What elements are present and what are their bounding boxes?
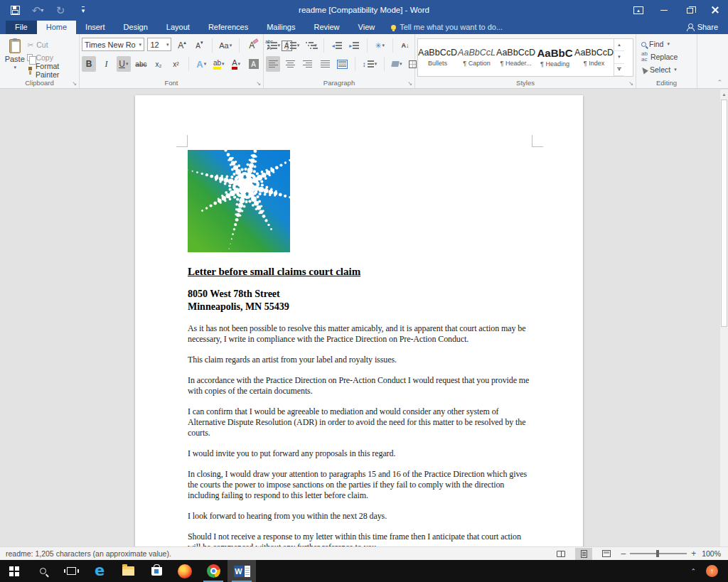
cut-button[interactable]: ✂Cut	[27, 39, 77, 51]
tell-me-box[interactable]: Tell me what you want to do...	[384, 23, 510, 34]
find-button[interactable]: Find▾	[638, 38, 695, 50]
document-heading[interactable]: Letter before small claims court claim	[188, 266, 536, 278]
style-header[interactable]: AaBbCcD ¶ Header...	[496, 39, 535, 76]
print-layout-button[interactable]	[575, 548, 592, 560]
grow-font-button[interactable]: A▴	[175, 38, 189, 53]
web-layout-button[interactable]	[598, 548, 615, 560]
character-shading-button[interactable]: A	[247, 56, 261, 72]
align-center-button[interactable]	[283, 56, 297, 72]
asian-layout-button[interactable]: ✳▾	[373, 38, 387, 53]
zoom-slider-thumb[interactable]	[656, 550, 659, 557]
font-color-button[interactable]: A▾	[229, 56, 243, 72]
document-address[interactable]: 8050 West 78th Street Minneapolis, MN 55…	[188, 288, 536, 313]
text-effects-button[interactable]: A▾	[194, 56, 208, 72]
aramco-logo-image[interactable]	[188, 150, 290, 252]
tray-notification-icon[interactable]: ↑	[706, 565, 718, 577]
align-right-button[interactable]	[301, 56, 315, 72]
minimize-button[interactable]	[651, 0, 677, 20]
status-text[interactable]: readme: 1,205 characters (an approximate…	[0, 549, 171, 558]
scrollbar-thumb[interactable]	[721, 99, 727, 327]
close-button[interactable]	[702, 0, 728, 20]
highlight-color-button[interactable]: ab▾	[212, 56, 226, 72]
styles-scroll-up-button[interactable]: ▲	[614, 39, 624, 51]
clipboard-dialog-launcher[interactable]: ↘	[72, 81, 77, 87]
zoom-slider[interactable]	[630, 553, 687, 554]
tab-layout[interactable]: Layout	[157, 21, 199, 34]
clipboard-group: Paste ▾ ✂Cut Copy Format Painter Clipboa…	[0, 34, 80, 88]
format-painter-button[interactable]: Format Painter	[27, 64, 77, 77]
restore-button[interactable]	[677, 0, 702, 20]
tab-home[interactable]: Home	[37, 21, 76, 34]
scroll-up-button[interactable]: ▲	[720, 90, 728, 99]
superscript-button[interactable]: x²	[168, 56, 183, 72]
style-bullets[interactable]: AaBbCcD Bullets	[418, 39, 457, 76]
ribbon-display-options-button[interactable]: ▴	[626, 0, 651, 20]
collapse-ribbon-button[interactable]: ⌃	[717, 79, 722, 86]
increase-indent-button[interactable]: ▸	[347, 38, 361, 53]
line-spacing-button[interactable]: ↕▾	[361, 56, 379, 72]
style-index[interactable]: AaBbCcD ¶ Index	[574, 39, 614, 76]
bullets-button[interactable]: ▾	[266, 38, 282, 53]
styles-more-button[interactable]: ▼	[614, 64, 624, 76]
taskbar-chrome-button[interactable]	[199, 560, 228, 582]
styles-scroll-down-button[interactable]: ▼	[614, 51, 624, 63]
cut-label: Cut	[36, 41, 48, 49]
start-button[interactable]	[0, 560, 28, 582]
select-button[interactable]: Select▾	[638, 63, 695, 76]
font-dialog-launcher[interactable]: ↘	[256, 81, 261, 87]
shading-button[interactable]: ▾	[390, 56, 404, 72]
style-heading[interactable]: AaBbC ¶ Heading	[535, 39, 574, 76]
taskbar-word-button[interactable]: W	[228, 560, 256, 582]
bold-button[interactable]: B	[82, 56, 96, 72]
tab-references[interactable]: References	[199, 21, 257, 34]
tray-expand-button[interactable]: ⌃	[690, 568, 696, 575]
decrease-indent-button[interactable]: ◂	[330, 38, 344, 53]
taskbar-search-button[interactable]	[28, 560, 57, 582]
zoom-percentage[interactable]: 100%	[702, 549, 721, 558]
sort-button[interactable]: A↓	[398, 38, 412, 53]
font-size-combo[interactable]: 12▾	[147, 38, 171, 51]
style-caption[interactable]: AaBbCcL ¶ Caption	[457, 39, 496, 76]
save-button[interactable]	[7, 2, 23, 18]
clear-formatting-button[interactable]: A	[245, 38, 259, 53]
paragraph-dialog-launcher[interactable]: ↘	[407, 81, 412, 87]
tab-design[interactable]: Design	[114, 21, 157, 34]
read-mode-button[interactable]	[552, 548, 569, 560]
subscript-button[interactable]: x₂	[151, 56, 166, 72]
tab-view[interactable]: View	[349, 21, 385, 34]
styles-dialog-launcher[interactable]: ↘	[628, 81, 633, 87]
redo-button[interactable]: ↻	[53, 2, 68, 18]
paste-button[interactable]: Paste ▾	[2, 38, 27, 77]
task-view-button[interactable]	[57, 560, 85, 582]
distribute-button[interactable]	[336, 56, 350, 72]
taskbar-store-button[interactable]	[142, 560, 171, 582]
tab-file[interactable]: File	[6, 21, 37, 34]
taskbar-edge-button[interactable]: e	[85, 560, 114, 582]
justify-button[interactable]	[318, 56, 332, 72]
tab-review[interactable]: Review	[305, 21, 349, 34]
taskbar-file-explorer-button[interactable]	[114, 560, 142, 582]
document-page[interactable]: Letter before small claims court claim 8…	[135, 95, 583, 546]
italic-button[interactable]: I	[99, 56, 113, 72]
taskbar-firefox-button[interactable]	[171, 560, 199, 582]
undo-button[interactable]: ↶▾	[30, 2, 46, 18]
change-case-button[interactable]: Aa▾	[218, 38, 233, 53]
ribbon: Paste ▾ ✂Cut Copy Format Painter Clipboa…	[0, 34, 728, 89]
shrink-font-button[interactable]: A▾	[192, 38, 206, 53]
chrome-icon	[207, 564, 220, 578]
zoom-in-button[interactable]: +	[691, 549, 696, 558]
font-name-combo[interactable]: Times New Ro▾	[82, 38, 144, 51]
share-button[interactable]: Share	[677, 23, 728, 34]
zoom-out-button[interactable]: –	[621, 549, 626, 558]
multilevel-list-button[interactable]: ▾	[304, 38, 318, 53]
tab-mailings[interactable]: Mailings	[257, 21, 304, 34]
tab-insert[interactable]: Insert	[76, 21, 114, 34]
replace-button[interactable]: abacReplace	[638, 50, 695, 63]
align-left-button[interactable]	[266, 56, 280, 72]
customize-qat-button[interactable]: ▾	[75, 2, 91, 18]
vertical-scrollbar[interactable]: ▲	[719, 90, 728, 546]
numbering-button[interactable]: 123▾	[284, 38, 301, 53]
underline-button[interactable]: U▾	[117, 56, 131, 72]
document-body[interactable]: As it has not been possible to resolve t…	[188, 323, 536, 546]
strikethrough-button[interactable]: abc	[134, 56, 148, 72]
